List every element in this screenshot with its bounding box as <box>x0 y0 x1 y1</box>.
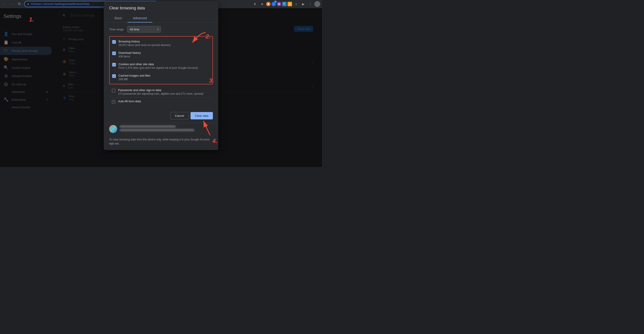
time-range-row: Time range Last hour Last 24 hours Last … <box>109 26 213 33</box>
time-range-select-wrapper: Last hour Last 24 hours Last 7 days Last… <box>127 26 161 33</box>
nav-buttons: ← → ↻ <box>2 1 22 7</box>
checkbox-download-history-input[interactable] <box>112 52 116 55</box>
download-history-label: Download history <box>118 51 210 54</box>
time-range-select[interactable]: Last hour Last 24 hours Last 7 days Last… <box>127 26 161 33</box>
annotation-1: 1. <box>29 16 34 23</box>
sign-out-link[interactable]: sign out. <box>109 142 119 145</box>
profile-button[interactable] <box>314 1 320 7</box>
modal-footer: Cancel Clear data <box>104 109 218 123</box>
browser-name: Chrome <box>31 2 41 5</box>
ext-icon-search: 🔍 <box>282 2 287 6</box>
autofill-text: Auto-fill form data <box>118 100 210 103</box>
checkbox-download-history[interactable]: Download history 436 items <box>110 49 212 60</box>
checkbox-browsing-history[interactable]: Browsing history 25,972 items (and more … <box>110 37 212 49</box>
passwords-label: Passwords and other sign-in data <box>118 88 210 92</box>
extensions-button[interactable]: ◇ <box>293 1 299 7</box>
modal-title: Clear browsing data <box>109 6 213 10</box>
profile-email-blurred <box>120 129 194 131</box>
url-path: chrome://settings/clearBrowserData <box>44 2 90 5</box>
profile-info-blurred <box>120 126 213 133</box>
url-display: Chrome | chrome://settings/clearBrowserD… <box>31 2 90 5</box>
cookies-text: Cookies and other site data From 1,376 s… <box>118 62 210 69</box>
ext-icon-purple: ◆ <box>277 2 281 6</box>
browsing-history-text: Browsing history 25,972 items (and more … <box>118 40 210 47</box>
checkbox-cached[interactable]: Cached images and files 295 MB <box>110 72 212 83</box>
checkbox-passwords[interactable]: Passwords and other sign-in data 273 pas… <box>109 86 213 98</box>
clear-browsing-data-modal: Click to go back, hold to see history Cl… <box>104 1 218 150</box>
menu-button[interactable]: ⋮ <box>307 1 314 7</box>
back-button[interactable]: ← <box>2 1 8 7</box>
cookies-label: Cookies and other site data <box>118 62 210 66</box>
toolbar-right: ⬆ ★ ◆ • 0 ◆ 🔍 ■ ◇ ▶ ⋮ <box>252 1 320 7</box>
checkbox-cookies-input[interactable] <box>112 63 116 67</box>
lock-icon: ● <box>27 2 29 5</box>
passwords-text: Passwords and other sign-in data 273 pas… <box>118 88 210 95</box>
checkbox-cookies[interactable]: Cookies and other site data From 1,376 s… <box>110 60 212 72</box>
checked-items-area: Browsing history 25,972 items (and more … <box>109 36 213 84</box>
download-history-sublabel: 436 items <box>118 55 210 58</box>
download-history-text: Download history 436 items <box>118 51 210 58</box>
profile-name-blurred <box>120 126 176 128</box>
modal-profile-section <box>104 123 218 136</box>
checkbox-browsing-history-input[interactable] <box>112 40 116 44</box>
browsing-history-label: Browsing history <box>118 40 210 43</box>
reload-button[interactable]: ↻ <box>16 1 22 7</box>
cached-label: Cached images and files <box>118 74 210 77</box>
modal-body: Time range Last hour Last 24 hours Last … <box>104 22 218 109</box>
clear-data-button[interactable]: Clear data <box>190 112 213 119</box>
modal-tabs: Basic Advanced <box>104 14 218 22</box>
modal-note: To clear browsing data from this device … <box>104 136 218 150</box>
passwords-sublabel: 273 passwords (for adpushup.com, digitbi… <box>118 92 210 95</box>
cookies-sublabel: From 1,376 sites (you won't be signed ou… <box>118 66 210 69</box>
forward-button[interactable]: → <box>9 1 15 7</box>
modal-note-text: To clear browsing data from this device … <box>109 138 210 141</box>
ext-icon-yellow: ■ <box>288 2 292 6</box>
tab-advanced[interactable]: Advanced <box>128 14 152 22</box>
modal-header: Clear browsing data Basic Advanced <box>104 1 218 22</box>
checkbox-autofill[interactable]: Auto-fill form data <box>109 98 213 106</box>
settings-page: Settings 1. 👤 You and Google 📋 Auto-fill… <box>0 8 322 167</box>
time-range-label: Time range <box>109 28 124 31</box>
checkbox-autofill-input[interactable] <box>112 100 116 104</box>
browsing-history-sublabel: 25,972 items (and more on synced devices… <box>118 43 210 47</box>
cached-text: Cached images and files 295 MB <box>118 74 210 81</box>
ext-icon-blue-wrapper: • 0 <box>272 2 276 6</box>
cached-sublabel: 295 MB <box>118 78 210 81</box>
autofill-label: Auto-fill form data <box>118 100 210 103</box>
ext-badge: 0 <box>274 0 277 3</box>
tab-basic[interactable]: Basic <box>109 14 128 22</box>
share-button[interactable]: ⬆ <box>252 1 258 7</box>
media-button[interactable]: ▶ <box>300 1 306 7</box>
cancel-button[interactable]: Cancel <box>170 112 189 119</box>
checkbox-cached-input[interactable] <box>112 74 116 78</box>
bookmark-button[interactable]: ★ <box>259 1 265 7</box>
profile-avatar <box>109 125 117 133</box>
ext-icon-orange: ◆ <box>266 2 270 6</box>
checkbox-passwords-input[interactable] <box>112 89 116 92</box>
